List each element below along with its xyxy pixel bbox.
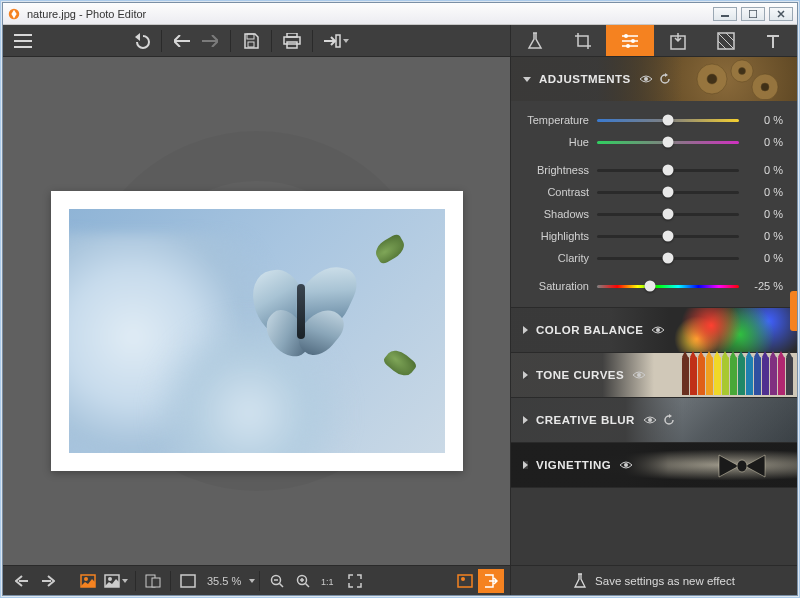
svg-rect-4 [248,42,254,47]
panel-body: ADJUSTMENTS Temperat [511,57,797,565]
svg-point-26 [644,77,648,81]
presets-tab[interactable] [511,25,559,56]
fullscreen-button[interactable] [342,569,368,593]
undo-button[interactable] [127,28,155,54]
thumbnail-view-button[interactable] [452,569,478,593]
overlay-tab[interactable] [654,25,702,56]
svg-rect-15 [181,575,195,587]
svg-point-23 [626,44,630,48]
canvas-area[interactable] [3,57,510,565]
slider-temperature: Temperature0 % [519,109,783,131]
svg-rect-7 [287,42,297,48]
slider-track[interactable] [597,279,739,293]
slider-hue: Hue0 % [519,131,783,153]
maximize-button[interactable] [741,7,765,21]
slider-thumb[interactable] [644,281,655,292]
chevron-down-icon[interactable] [249,579,255,583]
slider-value: 0 % [739,186,783,198]
slider-thumb[interactable] [663,187,674,198]
section-header-tone-curves[interactable]: TONE CURVES [511,353,797,397]
text-icon [765,33,781,49]
exit-button[interactable] [478,569,504,593]
slider-track[interactable] [597,163,739,177]
slider-track[interactable] [597,113,739,127]
adjust-tab[interactable] [606,25,654,56]
rotate-button[interactable] [140,569,166,593]
zoom-level: 35.5 % [201,575,247,587]
compare-view-button[interactable] [101,569,131,593]
window-title: nature.jpg - Photo Editor [27,8,713,20]
export-button[interactable] [319,28,353,54]
slider-thumb[interactable] [663,165,674,176]
zoom-in-button[interactable] [290,569,316,593]
svg-point-21 [624,34,628,38]
chevron-down-icon [343,39,349,43]
crop-tab[interactable] [559,25,607,56]
slider-thumb[interactable] [663,253,674,264]
section-header-creative-blur[interactable]: CREATIVE BLUR [511,398,797,442]
slider-value: 0 % [739,164,783,176]
slider-track[interactable] [597,207,739,221]
slider-track[interactable] [597,185,739,199]
next-image-button[interactable] [35,569,61,593]
svg-rect-14 [152,578,160,587]
text-tab[interactable] [749,25,797,56]
eye-icon[interactable] [643,415,657,425]
slider-thumb[interactable] [663,209,674,220]
section-header-adjustments[interactable]: ADJUSTMENTS [511,57,797,101]
texture-icon [717,32,735,50]
slider-contrast: Contrast0 % [519,181,783,203]
slider-saturation: Saturation-25 % [519,275,783,297]
slider-thumb[interactable] [663,137,674,148]
actual-size-button[interactable]: 1:1 [316,569,342,593]
slider-value: 0 % [739,252,783,264]
svg-rect-1 [721,15,729,17]
svg-point-36 [624,463,628,467]
slider-value: 0 % [739,208,783,220]
editor-left-pane: 35.5 % 1:1 [3,25,510,595]
slider-value: 0 % [739,136,783,148]
chevron-right-icon [523,416,528,424]
reset-icon[interactable] [663,414,675,426]
prev-image-button[interactable] [9,569,35,593]
svg-rect-2 [749,10,757,18]
back-button[interactable] [168,28,196,54]
texture-tab[interactable] [702,25,750,56]
menu-button[interactable] [9,28,37,54]
slider-track[interactable] [597,229,739,243]
chevron-down-icon [523,77,531,82]
reset-icon[interactable] [659,73,671,85]
close-button[interactable] [769,7,793,21]
minimize-button[interactable] [713,7,737,21]
forward-button[interactable] [196,28,224,54]
slider-thumb[interactable] [663,231,674,242]
slider-track[interactable] [597,251,739,265]
slider-thumb[interactable] [663,115,674,126]
print-button[interactable] [278,28,306,54]
save-as-effect-button[interactable]: Save settings as new effect [511,565,797,595]
eye-icon[interactable] [632,370,646,380]
single-view-button[interactable] [75,569,101,593]
flask-icon [573,573,587,589]
flask-icon [527,32,543,50]
svg-point-12 [108,577,112,581]
section-label: ADJUSTMENTS [539,73,631,85]
svg-point-30 [739,68,746,75]
section-label: COLOR BALANCE [536,324,643,336]
slider-track[interactable] [597,135,739,149]
adjustments-sliders: Temperature0 %Hue0 %Brightness0 %Contras… [511,101,797,307]
slider-label: Contrast [519,186,597,198]
image-preview[interactable] [51,191,463,471]
svg-point-32 [761,83,769,91]
zoom-out-button[interactable] [264,569,290,593]
fit-screen-button[interactable] [175,569,201,593]
svg-rect-19 [458,575,472,587]
panel-collapse-handle[interactable] [790,291,797,331]
save-button[interactable] [237,28,265,54]
bowtie-decoration [717,453,767,479]
eye-icon[interactable] [619,460,633,470]
eye-icon[interactable] [639,74,653,84]
section-header-color-balance[interactable]: COLOR BALANCE [511,308,797,352]
eye-icon[interactable] [651,325,665,335]
section-header-vignetting[interactable]: VIGNETTING [511,443,797,487]
